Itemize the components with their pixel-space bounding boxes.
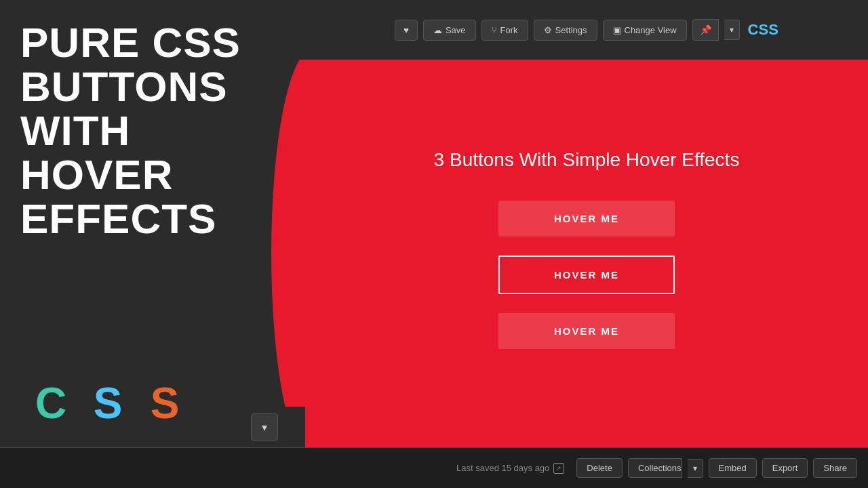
- gear-icon: ⚙: [544, 25, 552, 35]
- fork-label: Fork: [500, 25, 518, 35]
- status-text-block: Last saved 15 days ago ↗: [456, 463, 564, 474]
- fork-icon: ⑂: [492, 25, 497, 35]
- heart-icon: ♥: [403, 25, 409, 35]
- title-line3: WITH: [20, 107, 130, 154]
- title-line4: HOVER: [20, 151, 173, 198]
- title-line5: EFFECTS: [20, 195, 216, 242]
- collections-dropdown[interactable]: ▾: [688, 459, 703, 478]
- last-saved-text: Last saved 15 days ago: [456, 463, 549, 473]
- chevron-down-button[interactable]: ▾: [251, 413, 278, 441]
- logo-s2: S: [134, 373, 195, 434]
- pin-icon: 📌: [700, 24, 711, 35]
- collections-chevron-icon: ▾: [693, 464, 697, 473]
- fork-button[interactable]: ⑂ Fork: [481, 20, 528, 41]
- settings-button[interactable]: ⚙ Settings: [534, 20, 597, 41]
- preview-area: 3 Buttons With Simple Hover Effects HOVE…: [305, 60, 868, 447]
- title-line2: BUTTONS: [20, 63, 228, 110]
- settings-label: Settings: [555, 25, 587, 35]
- demo-button-2[interactable]: HOVER ME: [498, 256, 675, 294]
- main-title: PURE CSS BUTTONS WITH HOVER EFFECTS: [20, 20, 241, 241]
- preview-title: 3 Buttons With Simple Hover Effects: [434, 149, 740, 171]
- chevron-down-icon: ▾: [730, 25, 734, 35]
- toolbar: ♥ ☁ Save ⑂ Fork ⚙ Settings ▣ Change View…: [305, 0, 868, 60]
- save-button[interactable]: ☁ Save: [423, 20, 476, 41]
- logo-s1: S: [77, 373, 138, 434]
- delete-button[interactable]: Delete: [576, 458, 623, 478]
- title-line1: PURE CSS: [20, 19, 241, 66]
- external-link-icon: ↗: [553, 463, 564, 474]
- title-block: PURE CSS BUTTONS WITH HOVER EFFECTS: [20, 20, 241, 241]
- chevron-down-icon: ▾: [262, 421, 267, 434]
- pin-button[interactable]: 📌: [692, 19, 719, 41]
- logo-c: C: [20, 373, 81, 434]
- demo-button-1[interactable]: HOVER ME: [498, 201, 675, 237]
- left-panel-bottom: ▾: [224, 407, 305, 447]
- change-view-label: Change View: [625, 25, 677, 35]
- collections-label: Collections: [638, 463, 682, 473]
- demo-button-3[interactable]: HOVER ME: [498, 313, 675, 349]
- change-view-button[interactable]: ▣ Change View: [603, 20, 687, 41]
- css-brand-logo: CSS: [748, 21, 778, 39]
- export-button[interactable]: Export: [762, 458, 808, 478]
- bottom-bar: Last saved 15 days ago ↗ Delete Collecti…: [0, 447, 868, 488]
- pin-dropdown[interactable]: ▾: [724, 20, 740, 40]
- view-icon: ▣: [613, 25, 621, 35]
- cloud-icon: ☁: [433, 25, 442, 35]
- save-label: Save: [446, 25, 466, 35]
- heart-button[interactable]: ♥: [395, 20, 418, 41]
- share-button[interactable]: Share: [813, 458, 857, 478]
- css-logo: C S S: [20, 373, 191, 434]
- collections-button[interactable]: Collections: [628, 458, 682, 478]
- embed-button[interactable]: Embed: [709, 458, 757, 478]
- left-panel: PURE CSS BUTTONS WITH HOVER EFFECTS C S …: [0, 0, 305, 447]
